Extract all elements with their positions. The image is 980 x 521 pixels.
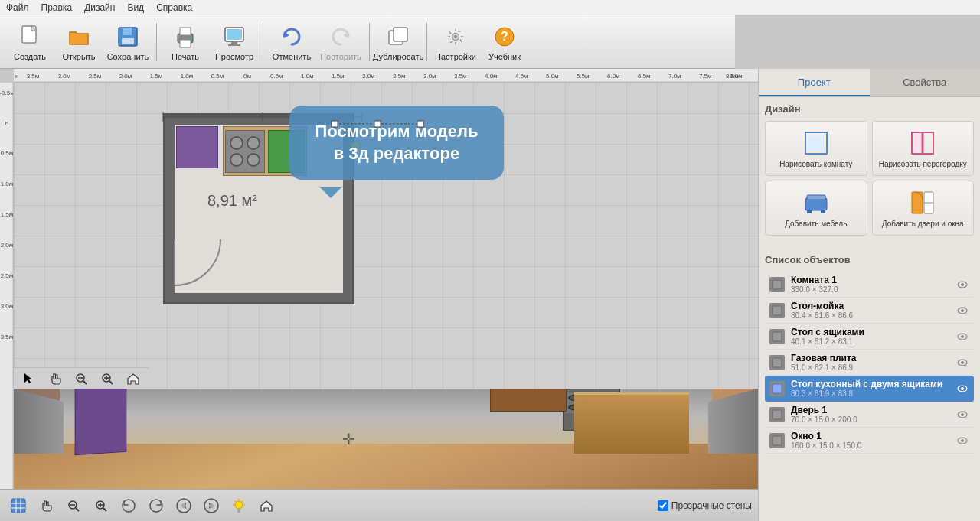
object-eye-kitchen-table-two-drawers[interactable] bbox=[956, 382, 969, 396]
create-button[interactable]: Создать bbox=[6, 16, 54, 68]
3d-view-area[interactable]: ✛ bbox=[14, 389, 758, 489]
svg-text:4.0м: 4.0м bbox=[485, 73, 498, 80]
tab-properties[interactable]: Свойства bbox=[870, 69, 981, 96]
object-item-gas-stove[interactable]: Газовая плита 51.0 × 62.1 × 86.9 bbox=[765, 350, 974, 376]
add-furniture-icon bbox=[802, 189, 830, 217]
svg-rect-100 bbox=[808, 135, 824, 151]
object-item-table-drawers[interactable]: Стол с ящиками 40.1 × 61.2 × 83.1 bbox=[765, 324, 974, 350]
pan-right-button[interactable] bbox=[199, 493, 224, 518]
zoom-in-icon bbox=[100, 372, 114, 386]
pan-left-icon bbox=[175, 497, 192, 514]
select-tool-button[interactable] bbox=[17, 366, 41, 391]
purple-furniture[interactable] bbox=[176, 126, 218, 168]
svg-text:3.0м: 3.0м bbox=[1, 303, 14, 310]
draw-room-button[interactable]: Нарисовать комнату bbox=[765, 121, 867, 176]
3d-home-button[interactable] bbox=[254, 493, 279, 518]
stove-top[interactable] bbox=[225, 130, 265, 173]
draw-partition-label: Нарисовать перегородку bbox=[879, 160, 967, 168]
save-button[interactable]: Сохранить bbox=[104, 16, 152, 68]
menu-design[interactable]: Дизайн bbox=[84, 2, 115, 13]
help-button[interactable]: ? Учебник bbox=[481, 16, 528, 68]
hand-tool-button[interactable] bbox=[43, 366, 67, 391]
svg-text:6.0м: 6.0м bbox=[607, 73, 620, 80]
menu-file[interactable]: Файл bbox=[6, 2, 29, 13]
svg-rect-3 bbox=[122, 38, 134, 44]
object-item-room1[interactable]: Комната 1 330.0 × 327.0 bbox=[765, 272, 974, 298]
svg-point-91 bbox=[209, 503, 214, 508]
add-doors-windows-button[interactable]: Добавить двери и окна bbox=[872, 181, 975, 236]
svg-line-85 bbox=[103, 508, 106, 511]
duplicate-label: Дублировать bbox=[373, 52, 423, 61]
3d-right-wall bbox=[708, 389, 758, 454]
object-dims-window1: 160.0 × 15.0 × 150.0 bbox=[791, 441, 949, 450]
3d-hand-button[interactable] bbox=[34, 493, 58, 518]
svg-rect-111 bbox=[773, 280, 782, 289]
burner-1 bbox=[230, 136, 243, 150]
room-area-label: 8,91 м² bbox=[207, 192, 257, 210]
svg-text:5.0м: 5.0м bbox=[546, 73, 559, 80]
object-icon-door1 bbox=[769, 407, 785, 422]
panel-tabs: Проект Свойства bbox=[759, 69, 980, 97]
transparent-walls-checkbox[interactable] bbox=[658, 500, 668, 511]
object-item-sink-table[interactable]: Стол-мойка 80.4 × 61.6 × 86.6 bbox=[765, 298, 974, 324]
object-icon-kitchen-table-two-drawers bbox=[769, 381, 785, 396]
3d-zoom-in-button[interactable] bbox=[89, 493, 113, 518]
object-name-table-drawers: Стол с ящиками bbox=[791, 327, 949, 337]
redo-button[interactable]: Повторить bbox=[317, 16, 364, 68]
svg-text:3.5м: 3.5м bbox=[1, 334, 14, 340]
settings-button[interactable]: Настройки bbox=[432, 16, 479, 68]
svg-text:?: ? bbox=[501, 30, 508, 43]
2d-plan-area[interactable]: 8,91 м² Посмотрим модельв 3д редакторе bbox=[14, 83, 758, 389]
add-furniture-button[interactable]: Добавить мебель bbox=[765, 181, 867, 236]
menu-view[interactable]: Вид bbox=[127, 2, 144, 13]
create-label: Создать bbox=[14, 52, 46, 61]
object-eye-sink-table[interactable] bbox=[956, 304, 969, 317]
zoom-out-button[interactable] bbox=[69, 366, 93, 391]
svg-rect-5 bbox=[180, 28, 191, 35]
object-eye-table-drawers[interactable] bbox=[956, 330, 969, 344]
3d-grid-button[interactable] bbox=[6, 493, 31, 518]
svg-point-113 bbox=[961, 283, 964, 286]
menu-help[interactable]: Справка bbox=[156, 2, 192, 13]
help-icon: ? bbox=[491, 23, 518, 50]
transparent-walls-toggle[interactable]: Прозрачные стены bbox=[658, 500, 752, 511]
light-button[interactable] bbox=[227, 493, 251, 518]
new-file-icon bbox=[16, 23, 44, 50]
3d-grid-icon bbox=[10, 497, 27, 514]
object-item-door1[interactable]: Дверь 1 70.0 × 15.0 × 200.0 bbox=[765, 402, 974, 428]
svg-rect-65 bbox=[374, 121, 381, 127]
redo-icon bbox=[327, 23, 354, 50]
zoom-in-button[interactable] bbox=[95, 366, 119, 391]
objects-list: Комната 1 330.0 × 327.0 Стол-мойка 80.4 … bbox=[765, 272, 974, 454]
canvas-container[interactable]: н -3.5м -3.0м -2.5м -2.0м -1.5м -1.0м -0… bbox=[0, 69, 758, 521]
svg-text:1.0м: 1.0м bbox=[1, 181, 14, 187]
3d-zoom-out-button[interactable] bbox=[61, 493, 86, 518]
draw-partition-button[interactable]: Нарисовать перегородку bbox=[872, 121, 975, 176]
undo-button[interactable]: Отменить bbox=[268, 16, 315, 68]
home-view-button[interactable] bbox=[121, 366, 145, 391]
open-button[interactable]: Открыть bbox=[55, 16, 103, 68]
svg-rect-126 bbox=[773, 410, 782, 419]
preview-button[interactable]: Просмотр bbox=[211, 16, 258, 68]
rotate-ccw-button[interactable] bbox=[116, 493, 141, 518]
objects-section: Список объектов Комната 1 330.0 × 327.0 … bbox=[759, 248, 980, 521]
print-button[interactable]: Печать bbox=[162, 16, 209, 68]
object-eye-room1[interactable] bbox=[956, 278, 969, 291]
rotate-cw-button[interactable] bbox=[144, 493, 168, 518]
object-eye-gas-stove[interactable] bbox=[956, 356, 969, 370]
zoom-out-icon bbox=[74, 372, 88, 386]
menu-bar[interactable]: Файл Правка Дизайн Вид Справка bbox=[0, 0, 980, 15]
pan-left-button[interactable] bbox=[172, 493, 196, 518]
object-item-window1[interactable]: Окно 1 160.0 × 15.0 × 150.0 bbox=[765, 428, 974, 454]
tab-project[interactable]: Проект bbox=[759, 69, 870, 96]
menu-edit[interactable]: Правка bbox=[41, 2, 73, 13]
svg-point-92 bbox=[235, 501, 243, 509]
duplicate-button[interactable]: Дублировать bbox=[374, 16, 422, 68]
object-eye-door1[interactable] bbox=[956, 408, 969, 422]
object-icon-window1 bbox=[769, 433, 785, 448]
settings-label: Настройки bbox=[435, 52, 476, 61]
save-label: Сохранить bbox=[107, 52, 149, 61]
object-item-kitchen-table-two-drawers[interactable]: Стол кухонный с двумя ящиками 80.3 × 61.… bbox=[765, 376, 974, 402]
object-eye-window1[interactable] bbox=[956, 434, 969, 448]
svg-text:-1.0м: -1.0м bbox=[178, 73, 193, 80]
